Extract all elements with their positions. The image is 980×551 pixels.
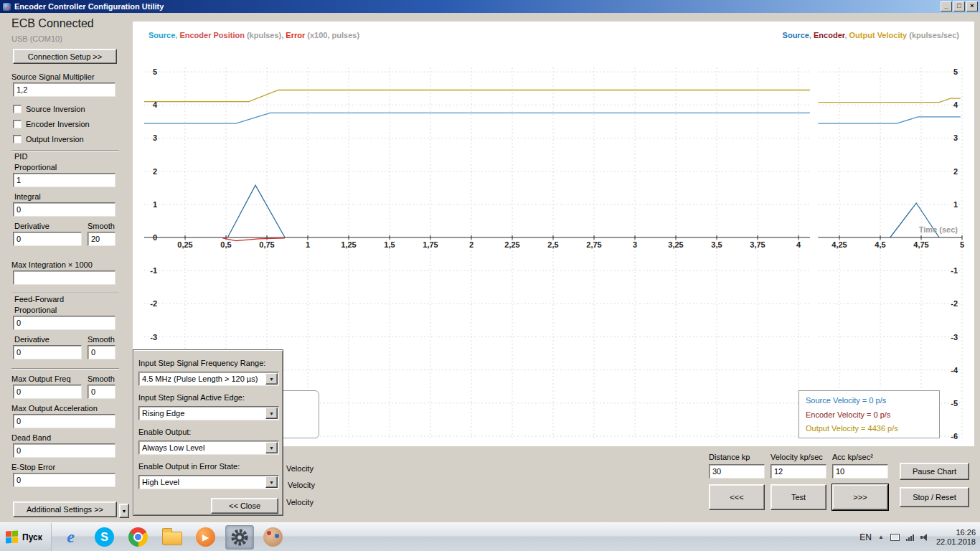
maximize-button[interactable]: □ — [953, 1, 965, 11]
ff-proportional-input[interactable] — [13, 316, 116, 330]
close-popup-button[interactable]: << Close — [211, 498, 278, 514]
freq-range-label: Input Step Signal Frequency Range: — [138, 359, 265, 367]
ff-derivative-input[interactable] — [13, 345, 82, 359]
connection-setup-button[interactable]: Connection Setup >> — [13, 49, 117, 64]
pid-derivative-input[interactable] — [13, 232, 82, 246]
legend-segment: Output Velocity — [849, 31, 908, 39]
connection-status: ECB Connected — [11, 17, 94, 30]
tooltip-line-encoder: Encoder Velocity = 0 p/s — [806, 410, 933, 419]
encoder-velocity-checkbox-label-partial[interactable]: Velocity — [288, 481, 315, 489]
x-tick-label: 1,5 — [384, 240, 395, 249]
max-integration-input[interactable] — [13, 270, 116, 285]
jog-forward-button[interactable]: >>> — [832, 484, 888, 510]
checkbox-box[interactable] — [13, 120, 22, 128]
acceleration-input[interactable] — [832, 464, 888, 479]
sidebar-scroll-down-button[interactable]: ▼ — [119, 504, 129, 518]
taskbar-item-file-explorer[interactable] — [158, 525, 187, 550]
velocity-label: Velocity kp/sec — [771, 453, 823, 461]
tray-expand-icon[interactable]: ▲ — [878, 534, 884, 540]
enable-output-select[interactable]: Always Low Level ▼ — [138, 441, 279, 455]
y-tick-label-right: -6 — [951, 432, 958, 441]
network-tray-icon[interactable] — [906, 534, 914, 541]
stop-reset-button[interactable]: Stop / Reset — [900, 487, 969, 507]
checkbox-label: Source Inversion — [26, 105, 85, 113]
output-velocity-checkbox-label-partial[interactable]: Velocity — [286, 498, 314, 507]
source-signal-multiplier-label: Source Signal Multiplier — [11, 72, 95, 81]
pid-derivative-label: Derivative — [14, 222, 50, 230]
x-tick-label: 3,5 — [711, 240, 722, 249]
taskbar-item-skype[interactable]: S — [90, 525, 119, 550]
legend-segment: Encoder Position — [179, 31, 244, 39]
tray-date: 22.01.2018 — [936, 537, 976, 547]
additional-settings-button[interactable]: Additional Settings >> — [13, 501, 117, 517]
y-tick-label-left: -3 — [150, 333, 157, 342]
taskbar-item-media-player[interactable]: ▶ — [192, 525, 220, 550]
jog-back-button[interactable]: <<< — [709, 484, 765, 510]
y-tick-label-right: 1 — [953, 200, 958, 209]
pid-proportional-input[interactable] — [13, 173, 116, 187]
taskbar-item-paint[interactable] — [259, 525, 288, 550]
chrome-icon — [128, 527, 148, 547]
output-inversion-checkbox[interactable]: Output Inversion — [13, 135, 84, 143]
ff-smooth-input[interactable] — [88, 345, 116, 359]
minimize-button[interactable]: _ — [941, 1, 952, 11]
ff-derivative-label: Derivative — [14, 335, 50, 344]
pid-integral-input[interactable] — [13, 202, 116, 217]
connection-port: USB (COM10) — [11, 34, 62, 43]
ff-smooth-label: Smooth — [88, 335, 115, 344]
volume-tray-icon[interactable] — [920, 533, 930, 542]
pid-smooth-input[interactable] — [88, 232, 116, 246]
y-tick-label-left: 2 — [153, 167, 157, 176]
max-output-freq-input[interactable] — [13, 385, 82, 399]
close-button[interactable]: × — [966, 1, 978, 11]
chevron-down-icon[interactable]: ▼ — [265, 476, 278, 488]
pid-group-title: PID — [14, 152, 27, 161]
start-button[interactable]: Пуск — [0, 523, 52, 551]
estop-error-input[interactable] — [13, 473, 116, 487]
chevron-down-icon[interactable]: ▼ — [265, 373, 278, 385]
velocity-input[interactable] — [771, 464, 826, 479]
y-tick-label-left: 5 — [153, 67, 157, 76]
checkbox-box[interactable] — [13, 135, 22, 143]
x-tick-label: 1,75 — [423, 240, 438, 249]
y-tick-label-left: -1 — [150, 266, 157, 275]
max-output-accel-label: Max Output Acceleration — [11, 404, 98, 413]
language-indicator[interactable]: EN — [859, 532, 872, 542]
clock[interactable]: 16:26 22.01.2018 — [936, 528, 976, 547]
y-tick-label-right: -5 — [951, 399, 958, 408]
checkbox-label: Encoder Inversion — [26, 120, 90, 128]
chevron-down-icon[interactable]: ▼ — [265, 442, 278, 453]
velocity-legend: Source, Encoder, Output Velocity (kpulse… — [783, 31, 959, 39]
x-tick-label: 4,75 — [913, 240, 928, 249]
active-edge-select[interactable]: Rising Edge ▼ — [138, 406, 279, 420]
pause-chart-button[interactable]: Pause Chart — [900, 463, 969, 480]
freq-range-select[interactable]: 4.5 MHz (Pulse Length > 120 µs) ▼ — [138, 372, 279, 386]
max-output-accel-input[interactable] — [13, 414, 116, 428]
dead-band-label: Dead Band — [11, 433, 51, 442]
output-velocity-line — [144, 90, 810, 102]
taskbar-item-encoder-utility-active[interactable] — [225, 525, 254, 550]
taskbar-item-chrome[interactable] — [124, 525, 153, 550]
max-output-freq-smooth-input[interactable] — [88, 385, 116, 399]
tooltip-line-source: Source Velocity = 0 p/s — [806, 396, 933, 405]
enable-output-error-select[interactable]: High Level ▼ — [138, 475, 279, 489]
encoder-inversion-checkbox[interactable]: Encoder Inversion — [13, 120, 90, 128]
source-velocity-checkbox-label-partial[interactable]: Velocity — [286, 464, 314, 473]
input-settings-popup: Input Step Signal Frequency Range: 4.5 M… — [133, 349, 283, 516]
source-inversion-checkbox[interactable]: Source Inversion — [13, 105, 85, 113]
chevron-down-icon[interactable]: ▼ — [265, 408, 278, 419]
titlebar: Encoder Controller Configuration Utility… — [0, 0, 980, 13]
y-tick-label-right: -4 — [951, 366, 958, 375]
checkbox-box[interactable] — [13, 105, 22, 113]
estop-error-label: E-Stop Error — [11, 463, 55, 471]
source-velocity-move-line — [227, 185, 285, 237]
test-button[interactable]: Test — [771, 484, 826, 510]
display-tray-icon[interactable] — [890, 534, 900, 541]
distance-input[interactable] — [709, 464, 765, 479]
source-signal-multiplier-input[interactable] — [13, 83, 116, 97]
dead-band-input[interactable] — [13, 443, 116, 458]
taskbar-item-internet-explorer[interactable]: e — [57, 525, 85, 550]
x-tick-label: 4 — [796, 240, 801, 249]
pid-smooth-label: Smooth — [88, 222, 115, 230]
pid-group-divider — [11, 150, 119, 151]
